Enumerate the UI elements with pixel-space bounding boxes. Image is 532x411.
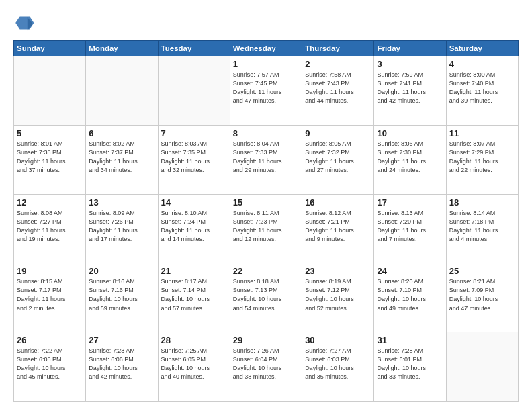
calendar-cell: 26Sunrise: 7:22 AM Sunset: 6:08 PM Dayli… — [14, 332, 86, 402]
calendar-cell: 23Sunrise: 8:19 AM Sunset: 7:12 PM Dayli… — [302, 263, 374, 332]
day-info: Sunrise: 8:18 AM Sunset: 7:13 PM Dayligh… — [233, 277, 299, 312]
day-number: 22 — [233, 266, 299, 276]
day-info: Sunrise: 8:02 AM Sunset: 7:37 PM Dayligh… — [89, 140, 154, 175]
calendar-cell — [446, 332, 518, 402]
calendar-cell: 20Sunrise: 8:16 AM Sunset: 7:16 PM Dayli… — [86, 263, 158, 332]
day-number: 23 — [305, 266, 371, 276]
calendar-cell: 13Sunrise: 8:09 AM Sunset: 7:26 PM Dayli… — [86, 194, 158, 263]
day-number: 16 — [305, 197, 371, 208]
weekday-wednesday: Wednesday — [230, 41, 302, 56]
calendar-cell: 10Sunrise: 8:06 AM Sunset: 7:30 PM Dayli… — [374, 125, 446, 194]
day-info: Sunrise: 8:20 AM Sunset: 7:10 PM Dayligh… — [377, 277, 443, 312]
day-info: Sunrise: 8:16 AM Sunset: 7:16 PM Dayligh… — [89, 277, 154, 312]
day-number: 30 — [305, 335, 371, 345]
day-info: Sunrise: 8:13 AM Sunset: 7:20 PM Dayligh… — [377, 209, 443, 244]
calendar-cell: 12Sunrise: 8:08 AM Sunset: 7:27 PM Dayli… — [14, 194, 86, 263]
day-info: Sunrise: 8:14 AM Sunset: 7:18 PM Dayligh… — [449, 209, 515, 244]
calendar-cell: 17Sunrise: 8:13 AM Sunset: 7:20 PM Dayli… — [374, 194, 446, 263]
day-info: Sunrise: 8:04 AM Sunset: 7:33 PM Dayligh… — [233, 140, 299, 175]
day-number: 18 — [449, 197, 515, 208]
day-number: 2 — [305, 59, 371, 69]
day-info: Sunrise: 8:06 AM Sunset: 7:30 PM Dayligh… — [377, 140, 443, 175]
week-row-4: 19Sunrise: 8:15 AM Sunset: 7:17 PM Dayli… — [14, 263, 519, 332]
weekday-friday: Friday — [374, 41, 446, 56]
calendar-cell: 21Sunrise: 8:17 AM Sunset: 7:14 PM Dayli… — [158, 263, 230, 332]
day-info: Sunrise: 8:15 AM Sunset: 7:17 PM Dayligh… — [17, 277, 83, 312]
day-info: Sunrise: 8:01 AM Sunset: 7:38 PM Dayligh… — [17, 140, 83, 175]
calendar-cell: 11Sunrise: 8:07 AM Sunset: 7:29 PM Dayli… — [446, 125, 518, 194]
calendar-cell: 30Sunrise: 7:27 AM Sunset: 6:03 PM Dayli… — [302, 332, 374, 402]
calendar-cell — [158, 56, 230, 126]
calendar-cell: 6Sunrise: 8:02 AM Sunset: 7:37 PM Daylig… — [86, 125, 158, 194]
day-number: 8 — [233, 128, 299, 138]
day-number: 7 — [161, 128, 227, 138]
day-number: 21 — [161, 266, 227, 276]
day-info: Sunrise: 7:25 AM Sunset: 6:05 PM Dayligh… — [161, 347, 227, 381]
calendar-cell: 28Sunrise: 7:25 AM Sunset: 6:05 PM Dayli… — [158, 332, 230, 402]
calendar-cell: 9Sunrise: 8:05 AM Sunset: 7:32 PM Daylig… — [302, 125, 374, 194]
day-number: 13 — [89, 197, 154, 208]
day-info: Sunrise: 7:23 AM Sunset: 6:06 PM Dayligh… — [89, 347, 154, 381]
calendar-cell: 24Sunrise: 8:20 AM Sunset: 7:10 PM Dayli… — [374, 263, 446, 332]
day-info: Sunrise: 8:19 AM Sunset: 7:12 PM Dayligh… — [305, 277, 371, 312]
calendar-cell: 29Sunrise: 7:26 AM Sunset: 6:04 PM Dayli… — [230, 332, 302, 402]
day-number: 27 — [89, 335, 154, 345]
calendar-cell — [86, 56, 158, 126]
day-number: 4 — [449, 59, 515, 69]
day-number: 24 — [377, 266, 443, 276]
day-info: Sunrise: 8:10 AM Sunset: 7:24 PM Dayligh… — [161, 209, 227, 244]
day-info: Sunrise: 8:03 AM Sunset: 7:35 PM Dayligh… — [161, 140, 227, 175]
week-row-5: 26Sunrise: 7:22 AM Sunset: 6:08 PM Dayli… — [14, 332, 519, 402]
logo-icon — [13, 12, 35, 34]
day-info: Sunrise: 8:07 AM Sunset: 7:29 PM Dayligh… — [449, 140, 515, 175]
header — [13, 12, 519, 34]
day-number: 20 — [89, 266, 154, 276]
day-number: 5 — [17, 128, 83, 138]
week-row-3: 12Sunrise: 8:08 AM Sunset: 7:27 PM Dayli… — [14, 194, 519, 263]
day-info: Sunrise: 8:17 AM Sunset: 7:14 PM Dayligh… — [161, 277, 227, 312]
calendar-cell: 3Sunrise: 7:59 AM Sunset: 7:41 PM Daylig… — [374, 56, 446, 126]
day-info: Sunrise: 8:11 AM Sunset: 7:23 PM Dayligh… — [233, 209, 299, 244]
day-number: 25 — [449, 266, 515, 276]
day-number: 10 — [377, 128, 443, 138]
day-info: Sunrise: 7:58 AM Sunset: 7:43 PM Dayligh… — [305, 71, 371, 105]
weekday-saturday: Saturday — [446, 41, 518, 56]
day-number: 14 — [161, 197, 227, 208]
day-number: 12 — [17, 197, 83, 208]
weekday-tuesday: Tuesday — [158, 41, 230, 56]
day-number: 1 — [233, 59, 299, 69]
calendar-cell: 15Sunrise: 8:11 AM Sunset: 7:23 PM Dayli… — [230, 194, 302, 263]
day-info: Sunrise: 8:21 AM Sunset: 7:09 PM Dayligh… — [449, 277, 515, 312]
day-number: 11 — [449, 128, 515, 138]
day-number: 19 — [17, 266, 83, 276]
calendar-cell: 16Sunrise: 8:12 AM Sunset: 7:21 PM Dayli… — [302, 194, 374, 263]
day-info: Sunrise: 8:09 AM Sunset: 7:26 PM Dayligh… — [89, 209, 154, 244]
day-number: 26 — [17, 335, 83, 345]
weekday-sunday: Sunday — [14, 41, 86, 56]
calendar-table: SundayMondayTuesdayWednesdayThursdayFrid… — [13, 40, 519, 402]
calendar-cell: 2Sunrise: 7:58 AM Sunset: 7:43 PM Daylig… — [302, 56, 374, 126]
day-info: Sunrise: 7:57 AM Sunset: 7:45 PM Dayligh… — [233, 71, 299, 105]
calendar-cell: 5Sunrise: 8:01 AM Sunset: 7:38 PM Daylig… — [14, 125, 86, 194]
calendar-cell: 31Sunrise: 7:28 AM Sunset: 6:01 PM Dayli… — [374, 332, 446, 402]
calendar-cell: 18Sunrise: 8:14 AM Sunset: 7:18 PM Dayli… — [446, 194, 518, 263]
day-info: Sunrise: 8:12 AM Sunset: 7:21 PM Dayligh… — [305, 209, 371, 244]
day-number: 31 — [377, 335, 443, 345]
day-info: Sunrise: 7:27 AM Sunset: 6:03 PM Dayligh… — [305, 347, 371, 381]
day-number: 15 — [233, 197, 299, 208]
day-info: Sunrise: 7:59 AM Sunset: 7:41 PM Dayligh… — [377, 71, 443, 105]
calendar-cell: 25Sunrise: 8:21 AM Sunset: 7:09 PM Dayli… — [446, 263, 518, 332]
day-number: 6 — [89, 128, 154, 138]
calendar-cell — [14, 56, 86, 126]
logo — [13, 12, 39, 34]
week-row-2: 5Sunrise: 8:01 AM Sunset: 7:38 PM Daylig… — [14, 125, 519, 194]
day-number: 29 — [233, 335, 299, 345]
day-number: 28 — [161, 335, 227, 345]
day-info: Sunrise: 7:22 AM Sunset: 6:08 PM Dayligh… — [17, 347, 83, 381]
day-info: Sunrise: 8:05 AM Sunset: 7:32 PM Dayligh… — [305, 140, 371, 175]
day-number: 9 — [305, 128, 371, 138]
calendar-cell: 22Sunrise: 8:18 AM Sunset: 7:13 PM Dayli… — [230, 263, 302, 332]
calendar-cell: 19Sunrise: 8:15 AM Sunset: 7:17 PM Dayli… — [14, 263, 86, 332]
page: SundayMondayTuesdayWednesdayThursdayFrid… — [0, 0, 532, 411]
day-info: Sunrise: 8:08 AM Sunset: 7:27 PM Dayligh… — [17, 209, 83, 244]
